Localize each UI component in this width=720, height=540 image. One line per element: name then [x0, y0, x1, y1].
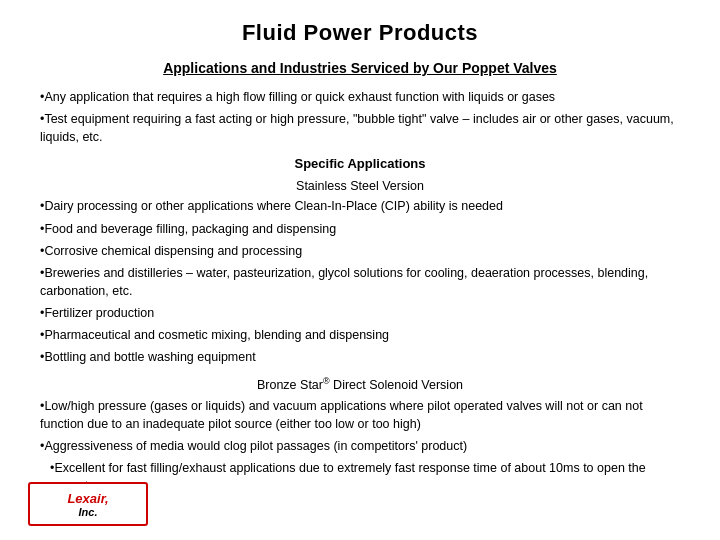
bronze-heading: Bronze Star® Direct Solenoid Version	[40, 376, 680, 392]
intro-section: •Any application that requires a high fl…	[40, 88, 680, 146]
stainless-bullet-5: •Fertilizer production	[40, 304, 680, 322]
intro-bullet-1: •Any application that requires a high fl…	[40, 88, 680, 106]
intro-bullet-2: •Test equipment requiring a fast acting …	[40, 110, 680, 146]
page-title: Fluid Power Products	[40, 20, 680, 46]
stainless-bullet-1: •Dairy processing or other applications …	[40, 197, 680, 215]
stainless-bullet-4: •Breweries and distilleries – water, pas…	[40, 264, 680, 300]
lexair-logo: Lexair, Inc.	[28, 482, 148, 526]
stainless-bullets-section: •Dairy processing or other applications …	[40, 197, 680, 366]
stainless-bullet-3: •Corrosive chemical dispensing and proce…	[40, 242, 680, 260]
stainless-bullet-2: •Food and beverage filling, packaging an…	[40, 220, 680, 238]
bronze-section: Bronze Star® Direct Solenoid Version •Lo…	[40, 376, 680, 499]
bronze-bullet-1: •Low/high pressure (gases or liquids) an…	[40, 397, 680, 433]
stainless-bullet-7: •Bottling and bottle washing equipment	[40, 348, 680, 366]
bronze-bullet-2: •Aggressiveness of media would clog pilo…	[40, 437, 680, 455]
logo-text-inc: Inc.	[79, 506, 98, 518]
stainless-bullet-6: •Pharmaceutical and cosmetic mixing, ble…	[40, 326, 680, 344]
logo-text-lexair: Lexair,	[67, 491, 108, 506]
specific-applications-heading: Specific Applications	[40, 156, 680, 171]
page-container: Fluid Power Products Applications and In…	[0, 0, 720, 540]
stainless-steel-heading: Stainless Steel Version	[40, 179, 680, 193]
page-subtitle: Applications and Industries Serviced by …	[40, 60, 680, 76]
